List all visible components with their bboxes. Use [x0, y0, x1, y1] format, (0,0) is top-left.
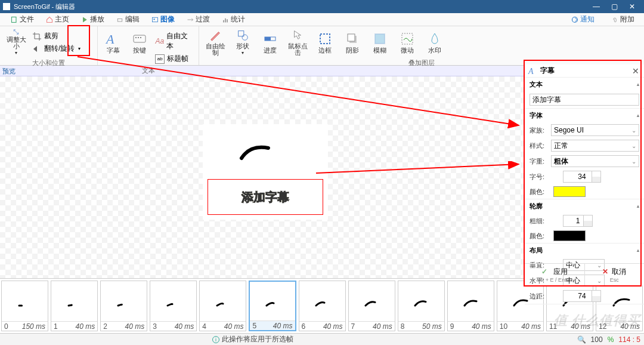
text-input[interactable]: 添加字幕	[530, 94, 639, 106]
caption-icon: A	[528, 67, 537, 75]
crop-button[interactable]: 裁剪	[30, 30, 83, 42]
titleframe-button[interactable]: ab标题帧	[153, 53, 196, 65]
svg-rect-6	[227, 19, 228, 22]
menu-attach[interactable]: 附加	[605, 13, 640, 26]
caption-panel: A 字幕 ✕ 文本 添加字幕 字体 家族:Segoe UI 样式:正常 字重:粗…	[524, 64, 644, 285]
frame-1[interactable]: 140 ms	[51, 281, 98, 331]
status-bar: i此操作将应用于所选帧 🔍100 % 114 : 5	[0, 333, 644, 345]
frame-9[interactable]: 940 ms	[447, 281, 494, 331]
app-icon	[3, 3, 10, 10]
shapes-button[interactable]: 形状▾	[229, 27, 256, 57]
font-style-select[interactable]: 正常	[551, 140, 639, 152]
section-outline[interactable]: 轮廓	[525, 199, 644, 213]
svg-rect-0	[12, 17, 17, 22]
fliprotate-button[interactable]: 翻转/旋转▾	[30, 42, 83, 55]
brush-stroke	[239, 143, 274, 161]
frame-7[interactable]: 740 ms	[348, 281, 395, 331]
frame-3[interactable]: 340 ms	[150, 281, 197, 331]
freedraw-button[interactable]: 自由绘制	[202, 27, 229, 57]
border-button[interactable]: 边框	[311, 27, 339, 57]
menu-transition[interactable]: 过渡	[181, 13, 216, 26]
margin-input[interactable]: 74	[563, 290, 601, 302]
svg-rect-10	[138, 37, 139, 38]
close-button[interactable]: ✕	[623, 0, 641, 13]
resize-button[interactable]: 调整大小▾	[2, 27, 30, 57]
menu-home[interactable]: 主页	[40, 13, 75, 26]
apply-button[interactable]: ✓应用Alt + E / Enter	[525, 264, 585, 285]
caption-button[interactable]: A字幕	[100, 27, 126, 57]
section-layout[interactable]: 布局	[525, 244, 644, 257]
svg-rect-5	[225, 18, 226, 22]
freetext-button[interactable]: Aa自由文本	[153, 30, 196, 53]
outline-color-picker[interactable]	[553, 230, 586, 241]
svg-rect-15	[265, 37, 271, 41]
svg-rect-2	[153, 17, 158, 22]
svg-rect-8	[134, 35, 145, 42]
frame-4[interactable]: 440 ms	[199, 281, 246, 331]
svg-rect-4	[223, 20, 224, 22]
keys-button[interactable]: 按键	[126, 27, 153, 57]
preview-area[interactable]: 添加字幕	[0, 76, 524, 278]
window-title: ScreenToGif - 编辑器	[14, 2, 587, 11]
subtitle-preview: 添加字幕	[208, 179, 323, 215]
mouseclick-button[interactable]: 鼠标点击	[284, 27, 311, 57]
zoom-icon: 🔍	[577, 335, 586, 344]
svg-rect-18	[348, 34, 355, 41]
titlebar: ScreenToGif - 编辑器 — ▢ ✕	[0, 0, 644, 13]
shadow-button[interactable]: 阴影	[339, 27, 366, 57]
group-text: 文本	[98, 66, 199, 76]
svg-rect-11	[140, 37, 141, 38]
svg-point-3	[153, 19, 154, 20]
section-font[interactable]: 字体	[525, 109, 644, 122]
info-icon: i	[212, 336, 219, 343]
watermark: 值 什么值得买	[554, 312, 640, 329]
menu-stats[interactable]: 统计	[216, 13, 251, 26]
zoom-value: 100	[591, 335, 603, 344]
font-color-picker[interactable]	[553, 186, 586, 197]
svg-rect-9	[135, 37, 137, 38]
status-message: 此操作将应用于所选帧	[222, 334, 293, 344]
blur-button[interactable]: 模糊	[366, 27, 394, 57]
svg-point-13	[242, 35, 247, 40]
frame-0[interactable]: 0150 ms	[1, 281, 48, 331]
font-size-input[interactable]: 34	[563, 171, 601, 183]
menu-play[interactable]: 播放	[75, 13, 110, 26]
panel-close-button[interactable]: ✕	[631, 66, 640, 76]
menu-edit[interactable]: 编辑	[110, 13, 145, 26]
menu-notify[interactable]: 通知	[565, 13, 600, 26]
micro-button[interactable]: 微动	[394, 27, 421, 57]
canvas: 添加字幕	[203, 124, 328, 220]
progress-button[interactable]: 进度	[256, 27, 284, 57]
frame-2[interactable]: 240 ms	[100, 281, 147, 331]
group-sizepos: 大小和位置	[0, 58, 97, 68]
maximize-button[interactable]: ▢	[605, 0, 623, 13]
cancel-button[interactable]: ✕取消Esc	[585, 264, 645, 285]
frame-8[interactable]: 850 ms	[398, 281, 445, 331]
frame-5[interactable]: 540 ms	[249, 281, 296, 331]
section-text[interactable]: 文本	[525, 78, 644, 91]
size-value: 114 : 5	[618, 335, 640, 344]
watermark-button[interactable]: 水印	[421, 27, 448, 57]
menu-file[interactable]: 文件	[5, 13, 40, 26]
panel-title: 字幕	[540, 66, 631, 76]
font-weight-select[interactable]: 粗体	[551, 155, 639, 167]
frame-6[interactable]: 640 ms	[299, 281, 346, 331]
ribbon: 调整大小▾ 裁剪 翻转/旋转▾ 大小和位置 A字幕 按键 Aa自由文本 ab标题…	[0, 26, 644, 66]
svg-rect-16	[320, 34, 330, 44]
font-family-select[interactable]: Segoe UI	[551, 124, 639, 136]
minimize-button[interactable]: —	[587, 0, 605, 13]
menubar: 文件 主页 播放 编辑 图像 过渡 统计 通知 附加	[0, 13, 644, 26]
menu-image[interactable]: 图像	[145, 13, 181, 26]
outline-thickness-input[interactable]: 1	[563, 215, 593, 227]
svg-rect-1	[117, 19, 122, 21]
svg-rect-19	[375, 34, 385, 44]
